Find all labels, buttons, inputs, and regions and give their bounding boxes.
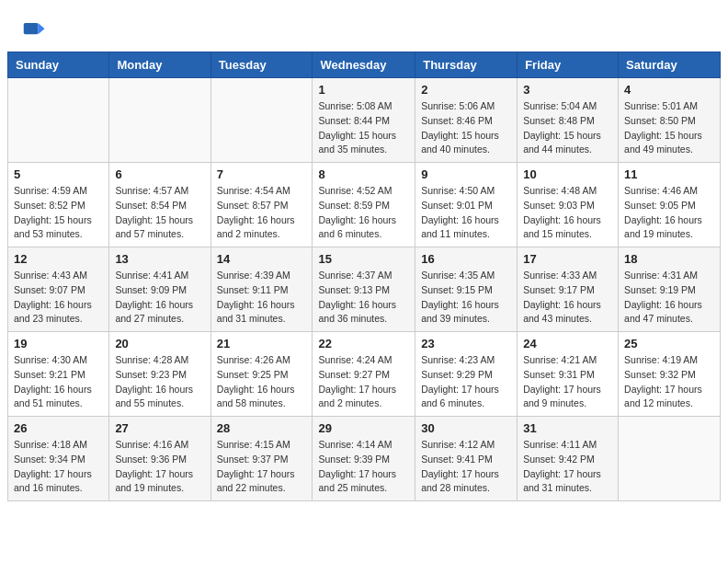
day-info: Sunrise: 4:23 AMSunset: 9:29 PMDaylight:… [421,353,511,411]
day-info: Sunrise: 4:15 AMSunset: 9:37 PMDaylight:… [217,438,307,496]
day-info: Sunrise: 4:28 AMSunset: 9:23 PMDaylight:… [115,353,204,411]
day-info: Sunrise: 4:26 AMSunset: 9:25 PMDaylight:… [217,353,307,411]
day-number: 15 [318,252,409,266]
calendar-cell: 2Sunrise: 5:06 AMSunset: 8:46 PMDaylight… [415,78,518,163]
day-number: 31 [523,421,612,435]
calendar-week-4: 19Sunrise: 4:30 AMSunset: 9:21 PMDayligh… [8,332,721,417]
day-info: Sunrise: 5:08 AMSunset: 8:44 PMDaylight:… [318,99,409,157]
day-info: Sunrise: 5:06 AMSunset: 8:46 PMDaylight:… [421,99,511,157]
calendar-cell [8,78,109,163]
header-day-thursday: Thursday [415,52,518,78]
day-number: 12 [14,252,103,266]
day-number: 13 [115,252,204,266]
day-number: 17 [523,252,612,266]
calendar-cell: 27Sunrise: 4:16 AMSunset: 9:36 PMDayligh… [109,417,210,501]
calendar-cell: 10Sunrise: 4:48 AMSunset: 9:03 PMDayligh… [518,163,619,247]
page-header [0,0,728,52]
calendar-cell: 9Sunrise: 4:50 AMSunset: 9:01 PMDaylight… [415,163,518,247]
calendar-cell [109,78,210,163]
calendar-cell: 20Sunrise: 4:28 AMSunset: 9:23 PMDayligh… [109,332,210,417]
logo-icon [22,17,48,42]
calendar-cell: 13Sunrise: 4:41 AMSunset: 9:09 PMDayligh… [109,247,210,332]
calendar-cell: 21Sunrise: 4:26 AMSunset: 9:25 PMDayligh… [210,332,313,417]
calendar-cell [210,78,313,163]
day-info: Sunrise: 4:41 AMSunset: 9:09 PMDaylight:… [115,269,204,327]
calendar-cell: 30Sunrise: 4:12 AMSunset: 9:41 PMDayligh… [415,417,518,501]
day-number: 6 [115,167,204,181]
day-info: Sunrise: 4:18 AMSunset: 9:34 PMDaylight:… [14,438,103,496]
day-number: 18 [624,252,714,266]
svg-rect-0 [24,23,39,34]
day-info: Sunrise: 4:43 AMSunset: 9:07 PMDaylight:… [14,269,103,327]
day-info: Sunrise: 4:19 AMSunset: 9:32 PMDaylight:… [624,353,714,411]
calendar-cell: 15Sunrise: 4:37 AMSunset: 9:13 PMDayligh… [313,247,415,332]
header-day-monday: Monday [109,52,210,78]
calendar-cell: 18Sunrise: 4:31 AMSunset: 9:19 PMDayligh… [619,247,721,332]
svg-marker-1 [39,23,45,34]
calendar-cell: 19Sunrise: 4:30 AMSunset: 9:21 PMDayligh… [8,332,109,417]
day-info: Sunrise: 4:54 AMSunset: 8:57 PMDaylight:… [217,184,307,242]
calendar-cell: 22Sunrise: 4:24 AMSunset: 9:27 PMDayligh… [313,332,415,417]
day-info: Sunrise: 4:33 AMSunset: 9:17 PMDaylight:… [523,269,612,327]
header-day-sunday: Sunday [8,52,109,78]
calendar-cell: 1Sunrise: 5:08 AMSunset: 8:44 PMDaylight… [313,78,415,163]
day-number: 16 [421,252,511,266]
day-info: Sunrise: 4:14 AMSunset: 9:39 PMDaylight:… [318,438,409,496]
header-day-saturday: Saturday [619,52,721,78]
day-info: Sunrise: 4:48 AMSunset: 9:03 PMDaylight:… [523,184,612,242]
calendar-cell: 14Sunrise: 4:39 AMSunset: 9:11 PMDayligh… [210,247,313,332]
day-number: 11 [624,167,714,181]
day-number: 20 [115,337,204,350]
day-number: 23 [421,337,511,350]
day-number: 30 [421,421,511,435]
calendar-week-3: 12Sunrise: 4:43 AMSunset: 9:07 PMDayligh… [8,247,721,332]
day-number: 1 [318,83,409,97]
day-number: 19 [14,337,103,350]
logo [22,17,51,42]
day-number: 29 [318,421,409,435]
calendar-cell: 7Sunrise: 4:54 AMSunset: 8:57 PMDaylight… [210,163,313,247]
calendar-cell: 31Sunrise: 4:11 AMSunset: 9:42 PMDayligh… [518,417,619,501]
day-info: Sunrise: 4:24 AMSunset: 9:27 PMDaylight:… [318,353,409,411]
calendar-table: SundayMondayTuesdayWednesdayThursdayFrid… [7,52,721,501]
day-number: 25 [624,337,714,350]
day-number: 5 [14,167,103,181]
calendar-week-1: 1Sunrise: 5:08 AMSunset: 8:44 PMDaylight… [8,78,721,163]
day-number: 2 [421,83,511,97]
day-info: Sunrise: 4:12 AMSunset: 9:41 PMDaylight:… [421,438,511,496]
day-info: Sunrise: 4:57 AMSunset: 8:54 PMDaylight:… [115,184,204,242]
day-number: 22 [318,337,409,350]
calendar-cell [619,417,721,501]
calendar-cell: 11Sunrise: 4:46 AMSunset: 9:05 PMDayligh… [619,163,721,247]
day-number: 3 [523,83,612,97]
calendar-wrapper: SundayMondayTuesdayWednesdayThursdayFrid… [0,52,728,509]
calendar-cell: 5Sunrise: 4:59 AMSunset: 8:52 PMDaylight… [8,163,109,247]
calendar-header: SundayMondayTuesdayWednesdayThursdayFrid… [8,52,721,78]
calendar-cell: 12Sunrise: 4:43 AMSunset: 9:07 PMDayligh… [8,247,109,332]
day-info: Sunrise: 4:21 AMSunset: 9:31 PMDaylight:… [523,353,612,411]
calendar-cell: 23Sunrise: 4:23 AMSunset: 9:29 PMDayligh… [415,332,518,417]
calendar-week-2: 5Sunrise: 4:59 AMSunset: 8:52 PMDaylight… [8,163,721,247]
day-number: 10 [523,167,612,181]
header-day-wednesday: Wednesday [313,52,415,78]
day-number: 27 [115,421,204,435]
day-info: Sunrise: 4:35 AMSunset: 9:15 PMDaylight:… [421,269,511,327]
day-number: 14 [217,252,307,266]
day-number: 24 [523,337,612,350]
day-info: Sunrise: 4:50 AMSunset: 9:01 PMDaylight:… [421,184,511,242]
calendar-cell: 26Sunrise: 4:18 AMSunset: 9:34 PMDayligh… [8,417,109,501]
day-info: Sunrise: 4:30 AMSunset: 9:21 PMDaylight:… [14,353,103,411]
calendar-cell: 6Sunrise: 4:57 AMSunset: 8:54 PMDaylight… [109,163,210,247]
calendar-cell: 8Sunrise: 4:52 AMSunset: 8:59 PMDaylight… [313,163,415,247]
day-number: 7 [217,167,307,181]
calendar-cell: 16Sunrise: 4:35 AMSunset: 9:15 PMDayligh… [415,247,518,332]
day-info: Sunrise: 4:52 AMSunset: 8:59 PMDaylight:… [318,184,409,242]
day-number: 8 [318,167,409,181]
header-day-friday: Friday [518,52,619,78]
day-number: 9 [421,167,511,181]
day-number: 4 [624,83,714,97]
day-info: Sunrise: 4:59 AMSunset: 8:52 PMDaylight:… [14,184,103,242]
day-info: Sunrise: 4:16 AMSunset: 9:36 PMDaylight:… [115,438,204,496]
day-number: 28 [217,421,307,435]
day-number: 26 [14,421,103,435]
